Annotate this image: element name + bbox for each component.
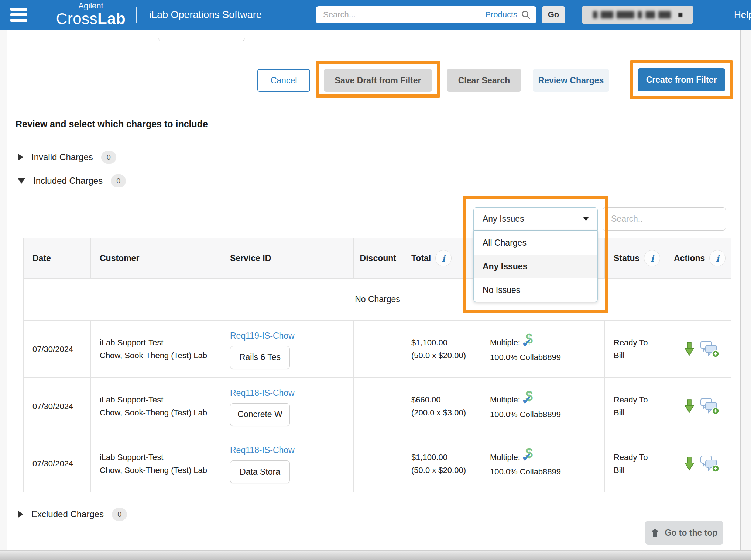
chevron-down-icon [18,178,25,184]
clipped-input-remnant [158,30,245,41]
no-charges-row: No Charges [24,279,731,321]
cancel-button[interactable]: Cancel [257,69,310,92]
search-icon [521,10,531,20]
brand-agilent: Agilent [78,1,103,10]
dropdown-option-any-issues[interactable]: Any Issues [474,255,597,278]
review-charges-button[interactable]: Review Charges [533,69,609,92]
cell-total: $660.00(200.0 x $3.00) [402,378,481,435]
vertical-scrollbar[interactable] [740,30,751,550]
cell-payment: Multiple:$✔ 100.0% Collab8899 [481,321,605,378]
download-charge-icon[interactable] [685,457,694,471]
service-id-link[interactable]: Req118-IS-Chow [230,444,346,457]
info-icon[interactable]: i [644,250,660,266]
col-header-discount: Discount [354,238,402,279]
col-header-total: Totali [402,238,481,279]
user-menu-caret-icon [678,13,682,17]
caret-down-icon [583,217,589,221]
col-header-customer: Customer [91,238,221,279]
help-link[interactable]: Help [734,0,751,30]
user-menu[interactable] [582,6,693,24]
go-button[interactable]: Go [542,6,565,23]
info-icon[interactable]: i [435,250,452,266]
header-divider [136,7,137,23]
clear-search-button[interactable]: Clear Search [447,69,521,92]
dropdown-option-no-issues[interactable]: No Issues [474,278,597,302]
col-header-service-id: Service ID [221,238,354,279]
agilent-crosslab-logo: Agilent CrossLab [44,1,138,28]
issues-filter-dropdown: All Charges Any Issues No Issues [473,231,598,302]
chevron-right-icon [18,511,23,518]
table-search [603,207,726,231]
section-label: Included Charges [33,176,103,186]
cell-service-id: Req118-IS-Chow Data Stora [221,435,354,492]
col-header-date: Date [24,238,91,279]
product-title: iLab Operations Software [149,0,262,30]
cell-discount [354,435,402,492]
service-name-button[interactable]: Concrete W [230,403,290,426]
add-comment-icon[interactable] [700,455,719,472]
cell-date: 07/30/2024 [24,321,91,378]
cell-discount [354,321,402,378]
info-icon[interactable]: i [709,250,726,266]
section-toggle-excluded-charges[interactable]: Excluded Charges 0 [18,506,127,522]
brand-crosslab: CrossLab [56,10,126,27]
download-charge-icon[interactable] [685,342,694,356]
service-id-link[interactable]: Req118-IS-Chow [230,387,346,400]
cell-customer: iLab Support-TestChow, Sook-Theng (Test)… [91,435,221,492]
cell-payment: Multiple:$✔ 100.0% Collab8899 [481,435,605,492]
cell-status: Ready To Bill [605,435,665,492]
section-toggle-invalid-charges[interactable]: Invalid Charges 0 [18,149,116,165]
create-from-filter-button[interactable]: Create from Filter [638,68,725,91]
count-badge: 0 [111,174,126,187]
cell-service-id: Req118-IS-Chow Concrete W [221,378,354,435]
service-name-button[interactable]: Data Stora [230,460,290,483]
section-label: Excluded Charges [31,509,104,519]
cell-status: Ready To Bill [605,321,665,378]
chevron-right-icon [18,153,23,161]
charges-table: Date Customer Service ID Discount Totali… [23,238,731,492]
user-name-redacted [593,11,671,18]
table-search-input[interactable] [611,214,720,224]
cell-date: 07/30/2024 [24,378,91,435]
go-to-top-label: Go to the top [665,528,717,538]
section-label: Invalid Charges [31,152,93,162]
payment-verified-icon[interactable]: $✔ [524,392,537,408]
go-to-top-button[interactable]: Go to the top [645,521,723,545]
page-title: Review and select which charges to inclu… [16,119,740,137]
issues-filter-select[interactable]: Any Issues [473,207,598,231]
col-header-actions: Actionsi [665,238,731,279]
save-draft-from-filter-button[interactable]: Save Draft from Filter [324,69,432,92]
search-scope-products[interactable]: Products [485,10,517,20]
issues-filter-value: Any Issues [483,214,583,224]
cell-customer: iLab Support-TestChow, Sook-Theng (Test)… [91,321,221,378]
add-comment-icon[interactable] [700,341,719,357]
service-id-link[interactable]: Req119-IS-Chow [230,329,346,342]
cell-payment: Multiple:$✔ 100.0% Collab8899 [481,378,605,435]
cell-actions [665,378,731,435]
cell-total: $1,100.00(50.0 x $20.00) [402,321,481,378]
cell-actions [665,321,731,378]
cell-status: Ready To Bill [605,378,665,435]
cell-discount [354,378,402,435]
service-name-button[interactable]: Rails 6 Tes [230,346,290,369]
col-header-status: Statusi [605,238,665,279]
cell-customer: iLab Support-TestChow, Sook-Theng (Test)… [91,378,221,435]
global-search-input[interactable] [323,10,485,20]
count-badge: 0 [112,508,127,521]
download-charge-icon[interactable] [685,399,694,413]
cell-date: 07/30/2024 [24,435,91,492]
window-bottom-edge [0,550,751,560]
payment-verified-icon[interactable]: $✔ [524,335,537,351]
cell-total: $1,100.00(50.0 x $20.00) [402,435,481,492]
section-toggle-included-charges[interactable]: Included Charges 0 [18,173,126,189]
count-badge: 0 [101,151,116,164]
app-header: Agilent CrossLab iLab Operations Softwar… [0,0,751,30]
hamburger-menu-icon[interactable] [10,8,27,22]
dropdown-option-all-charges[interactable]: All Charges [474,231,597,255]
add-comment-icon[interactable] [700,398,719,415]
global-search: Products [316,6,536,23]
payment-verified-icon[interactable]: $✔ [524,449,537,465]
cell-actions [665,435,731,492]
cell-service-id: Req119-IS-Chow Rails 6 Tes [221,321,354,378]
arrow-up-icon [651,528,659,537]
